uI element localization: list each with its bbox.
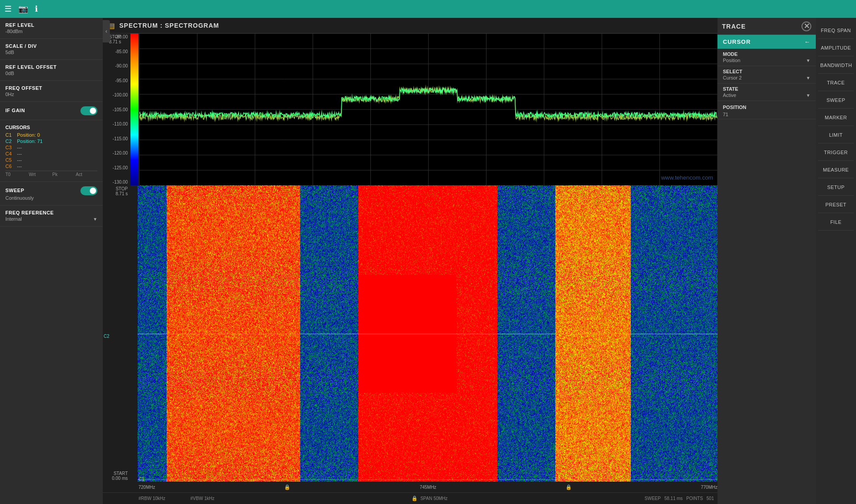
cursor-nav-button[interactable]: CURSOR ← (718, 35, 816, 49)
camera-icon[interactable]: 📷 (18, 4, 28, 14)
freq-reference-value[interactable]: Internal (5, 216, 22, 222)
stop-time-val: 8.71 s (105, 191, 128, 196)
spectrum-canvas (139, 34, 718, 185)
select-label: SELECT (723, 69, 810, 74)
ref-level-value: -80dBm (5, 29, 97, 34)
spectrum-header: ▤ SPECTRUM : SPECTROGRAM (103, 18, 718, 34)
scale-div-section: SCALE / DIV 5dB (0, 39, 103, 60)
spectrogram-area: STOP 8.71 s C2 START 0.00 ms (103, 185, 718, 482)
cursor-c2-row: C2 Position: 71 (5, 139, 97, 144)
points-stat-value: 501 (706, 496, 714, 501)
bottom-axis: 720MHz 🔒 745MHz 🔒 770MHz (103, 482, 718, 492)
c2-cursor-line (138, 334, 718, 334)
position-label: POSITION (723, 105, 810, 110)
left-sidebar: ‹ REF LEVEL -80dBm SCALE / DIV 5dB REF L… (0, 18, 103, 504)
scale-div-label: SCALE / DIV (5, 43, 97, 49)
cursor-c4-row: C4 --- (5, 151, 97, 156)
ref-level-section: REF LEVEL -80dBm (0, 18, 103, 39)
select-select[interactable]: Cursor 2 ▼ (723, 75, 810, 80)
if-gain-section: IF GAIN (0, 102, 103, 120)
sweep-value: Continuously (5, 195, 97, 201)
state-select[interactable]: Active ▼ (723, 92, 810, 98)
stop-time: STOP 8.71 s (105, 186, 128, 196)
cursor-c5-value: --- (17, 157, 97, 163)
cursor-header-t0: T0 (5, 172, 27, 177)
y-label-2: -85.00 (105, 49, 128, 54)
nav-trigger[interactable]: TRIGGER (818, 144, 854, 161)
nav-trace[interactable]: TRACE (818, 75, 854, 91)
if-gain-label: IF GAIN (5, 108, 25, 113)
nav-sweep[interactable]: SWEEP (818, 92, 854, 109)
freq-770: 770MHz (701, 485, 718, 490)
cursor-c3-name: C3 (5, 145, 15, 150)
main-layout: ‹ REF LEVEL -80dBm SCALE / DIV 5dB REF L… (0, 18, 856, 504)
spectrum-title: SPECTRUM : SPECTROGRAM (119, 22, 219, 29)
nav-amplitude[interactable]: AMPLITUDE (818, 40, 854, 56)
trace-panel-header: TRACE ✕ (718, 18, 816, 35)
nav-bandwidth[interactable]: BANDWIDTH (818, 57, 854, 74)
nav-limit[interactable]: LIMIT (818, 127, 854, 143)
y-label-10: -125.00 (105, 165, 128, 170)
sweep-stat-label: SWEEP (645, 496, 661, 501)
nav-freq-span[interactable]: FREQ SPAN (818, 22, 854, 39)
nav-file[interactable]: FILE (818, 214, 854, 231)
freq-745: 745MHz (420, 485, 436, 490)
trace-close-button[interactable]: ✕ (801, 21, 811, 31)
freq-reference-arrow[interactable]: ▼ (93, 217, 97, 222)
vbw-label: #VBW 1kHz (190, 496, 214, 501)
freq-reference-section: FREQ REFERENCE Internal ▼ (0, 206, 103, 227)
nav-marker[interactable]: MARKER (818, 109, 854, 126)
stop-text: STOP (105, 186, 128, 191)
freq-reference-label: FREQ REFERENCE (5, 210, 97, 215)
if-gain-row: IF GAIN (5, 106, 97, 115)
cursor-c4-value: --- (17, 151, 97, 156)
span-label: SPAN 50MHz (420, 496, 448, 501)
state-arrow: ▼ (806, 93, 810, 98)
select-arrow: ▼ (806, 76, 810, 80)
trace-panel: TRACE ✕ CURSOR ← MODE Position ▼ SELECT … (718, 18, 816, 504)
info-icon[interactable]: ℹ (35, 4, 38, 14)
cursor-header-pk: Pk (52, 172, 74, 177)
mode-select[interactable]: Position ▼ (723, 58, 810, 63)
y-label-9: -120.00 (105, 151, 128, 155)
lock-icon-2: 🔒 (566, 484, 572, 490)
menu-icon[interactable]: ☰ (4, 4, 12, 14)
collapse-button[interactable]: ‹ (103, 20, 110, 42)
start-time: START 0.00 ms (105, 471, 128, 481)
cursor-c3-value: --- (17, 145, 97, 150)
if-gain-toggle[interactable] (80, 106, 97, 115)
cursor-c2-name: C2 (5, 139, 15, 144)
cursor-header-act: Act (76, 172, 98, 177)
cursor-c5-row: C5 --- (5, 157, 97, 163)
plot-canvas-area[interactable]: www.tehencom.com (139, 34, 718, 185)
cursor-c5-name: C5 (5, 157, 15, 163)
nav-setup[interactable]: SETUP (818, 179, 854, 196)
sweep-toggle[interactable] (80, 186, 97, 195)
scale-div-value: 5dB (5, 50, 97, 55)
y-label-8: -115.00 (105, 136, 128, 141)
c2-axis-label: C2 (104, 334, 109, 339)
ref-level-label: REF LEVEL (5, 22, 97, 28)
start-text: START (105, 471, 128, 476)
cursor-c2-value: Position: 71 (17, 139, 97, 144)
cursor-c6-row: C6 --- (5, 164, 97, 169)
spectrogram-canvas-area[interactable]: C1 (138, 185, 718, 482)
state-label: STATE (723, 86, 810, 92)
freq-reference-dropdown-row: Internal ▼ (5, 216, 97, 222)
freq-offset-label: FREQ OFFSET (5, 85, 97, 91)
status-center: 🔒 SPAN 50MHz (223, 496, 636, 501)
cursor-c1-value: Position: 0 (17, 132, 97, 138)
nav-measure[interactable]: MEASURE (818, 162, 854, 178)
position-value: 71 (723, 112, 810, 117)
lock-icon-status: 🔒 (411, 496, 418, 501)
cursor-c4-name: C4 (5, 151, 15, 156)
color-scale-bar (130, 34, 138, 185)
back-arrow-icon: ← (804, 38, 810, 45)
ref-level-offset-label: REF LEVEL OFFSET (5, 64, 97, 70)
points-stat-label: POINTS (686, 496, 703, 501)
nav-preset[interactable]: PRESET (818, 197, 854, 213)
state-row: STATE Active ▼ (718, 84, 816, 101)
freq-offset-value: 0Hz (5, 92, 97, 97)
y-label-4: -95.00 (105, 78, 128, 83)
y-label-7: -110.00 (105, 122, 128, 126)
